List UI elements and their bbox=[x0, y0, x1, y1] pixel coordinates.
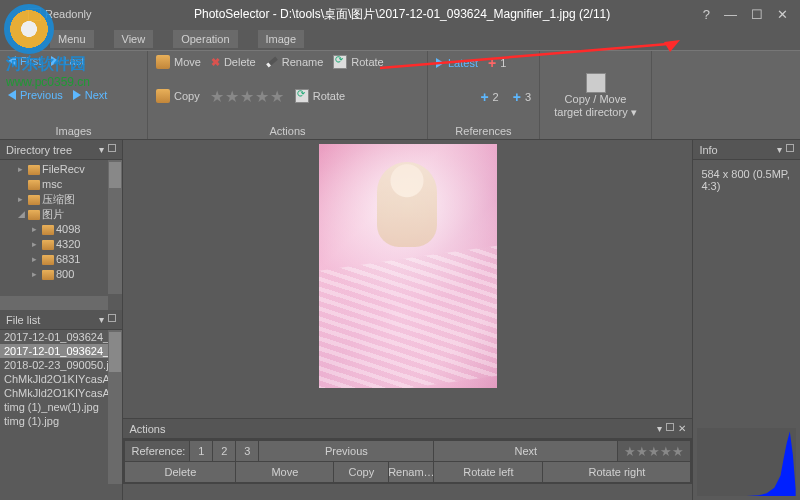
file-list-item[interactable]: ChMkJld2O1KIYcasAA bbox=[0, 386, 122, 400]
ref-btn-1[interactable]: 1 bbox=[190, 441, 212, 461]
target-dir-icon bbox=[586, 73, 606, 93]
menu-image[interactable]: Image bbox=[258, 30, 305, 48]
previous-button[interactable]: Previous bbox=[8, 89, 63, 101]
prev-icon bbox=[8, 90, 16, 100]
latest-button[interactable]: Latest bbox=[436, 57, 478, 69]
first-icon bbox=[8, 56, 16, 66]
plus-icon: + bbox=[480, 89, 488, 105]
last-button[interactable]: Last bbox=[51, 55, 84, 67]
panel-delete-button[interactable]: Delete bbox=[125, 462, 235, 482]
rotate-icon bbox=[333, 55, 347, 69]
pin-icon[interactable] bbox=[786, 144, 794, 152]
ref3-button[interactable]: +3 bbox=[513, 89, 531, 105]
image-dimensions: 584 x 800 (0.5MP, 4:3) bbox=[701, 168, 792, 192]
panel-menu-icon[interactable]: ▾ bbox=[99, 144, 104, 155]
tree-item[interactable]: ◢ 图片 bbox=[4, 207, 118, 222]
target-dir-button[interactable]: Copy / Move target directory ▾ bbox=[554, 93, 636, 119]
file-list-item[interactable]: 2017-12-01_093624_M bbox=[0, 344, 122, 358]
first-button[interactable]: First bbox=[8, 55, 41, 67]
filelist-scrollbar-v[interactable] bbox=[108, 330, 122, 484]
copy-button[interactable]: Copy bbox=[156, 89, 200, 103]
last-icon bbox=[51, 56, 59, 66]
file-list-item[interactable]: 2018-02-23_090050.jp bbox=[0, 358, 122, 372]
file-list[interactable]: 2017-12-01_093624_la2017-12-01_093624_M2… bbox=[0, 330, 122, 500]
panel-next-button[interactable]: Next bbox=[434, 441, 617, 461]
file-list-title: File list bbox=[6, 314, 40, 326]
titlebar: Readonly PhotoSelector - D:\tools\桌面\图片\… bbox=[0, 0, 800, 28]
tree-item[interactable]: ▸ 4320 bbox=[4, 237, 118, 252]
tree-scrollbar-h[interactable] bbox=[0, 296, 108, 310]
delete-icon: ✖ bbox=[211, 56, 220, 69]
actions-panel-title: Actions bbox=[129, 423, 165, 435]
window-title: PhotoSelector - D:\tools\桌面\图片\2017-12-0… bbox=[101, 6, 702, 23]
panel-menu-icon[interactable]: ▾ bbox=[657, 423, 662, 434]
tree-item[interactable]: ▸ 800 bbox=[4, 267, 118, 282]
directory-tree-header: Directory tree ▾ bbox=[0, 140, 122, 160]
ref1-button[interactable]: +1 bbox=[488, 55, 506, 71]
next-icon bbox=[73, 90, 81, 100]
rotate-button[interactable]: Rotate bbox=[333, 55, 383, 69]
next-button[interactable]: Next bbox=[73, 89, 108, 101]
panel-rotate-right-button[interactable]: Rotate right bbox=[543, 462, 690, 482]
image-viewer[interactable] bbox=[123, 140, 692, 418]
pin-icon[interactable] bbox=[108, 144, 116, 152]
panel-copy-button[interactable]: Copy bbox=[334, 462, 388, 482]
histogram-chart bbox=[697, 428, 796, 496]
file-list-item[interactable]: 2017-12-01_093624_la bbox=[0, 330, 122, 344]
menu-operation[interactable]: Operation bbox=[173, 30, 237, 48]
file-list-item[interactable]: ChMkJld2O1KIYcasAA bbox=[0, 372, 122, 386]
actions-panel-header: Actions ▾✕ bbox=[123, 419, 692, 439]
pin-icon[interactable] bbox=[108, 314, 116, 322]
tree-item[interactable]: ▸ 4098 bbox=[4, 222, 118, 237]
readonly-checkbox[interactable]: Readonly bbox=[28, 8, 91, 21]
app-icon bbox=[4, 5, 22, 23]
displayed-image bbox=[319, 144, 497, 388]
panel-menu-icon[interactable]: ▾ bbox=[777, 144, 782, 155]
directory-tree-title: Directory tree bbox=[6, 144, 72, 156]
ref2-button[interactable]: +2 bbox=[480, 89, 498, 105]
latest-icon bbox=[436, 58, 444, 68]
info-panel-header: Info ▾ bbox=[693, 140, 800, 160]
tree-scrollbar-v[interactable] bbox=[108, 160, 122, 294]
reference-label: Reference: bbox=[125, 441, 189, 461]
pen-icon bbox=[266, 57, 278, 68]
tree-item[interactable]: ▸ 压缩图 bbox=[4, 192, 118, 207]
close-icon[interactable]: ✕ bbox=[777, 7, 788, 22]
ref-btn-3[interactable]: 3 bbox=[236, 441, 258, 461]
delete-button[interactable]: ✖Delete bbox=[211, 56, 256, 69]
panel-move-button[interactable]: Move bbox=[236, 462, 333, 482]
close-panel-icon[interactable]: ✕ bbox=[678, 423, 686, 434]
rename-button[interactable]: Rename bbox=[266, 56, 324, 68]
checkbox-icon bbox=[28, 8, 41, 21]
panel-rename-button[interactable]: Renam… bbox=[389, 462, 433, 482]
pin-icon[interactable] bbox=[666, 423, 674, 431]
tree-item[interactable]: ▸ FileRecv bbox=[4, 162, 118, 177]
plus-icon: + bbox=[513, 89, 521, 105]
panel-rating-stars[interactable]: ★★★★★ bbox=[618, 441, 690, 461]
file-list-item[interactable]: timg (1)_new(1).jpg bbox=[0, 400, 122, 414]
minimize-icon[interactable]: — bbox=[724, 7, 737, 22]
copy-icon bbox=[156, 89, 170, 103]
menu-menu[interactable]: Menu bbox=[50, 30, 94, 48]
help-icon[interactable]: ? bbox=[703, 7, 710, 22]
rotate2-button[interactable]: Rotate bbox=[295, 89, 345, 103]
panel-rotate-left-button[interactable]: Rotate left bbox=[434, 462, 542, 482]
tree-item[interactable]: ▸ 6831 bbox=[4, 252, 118, 267]
ref-btn-2[interactable]: 2 bbox=[213, 441, 235, 461]
folder-icon bbox=[156, 55, 170, 69]
ribbon: First Last Previous Next Images Move ✖De… bbox=[0, 50, 800, 140]
move-button[interactable]: Move bbox=[156, 55, 201, 69]
directory-tree[interactable]: ▸ FileRecv msc▸ 压缩图◢ 图片▸ 4098▸ 4320▸ 683… bbox=[0, 160, 122, 310]
panel-menu-icon[interactable]: ▾ bbox=[99, 314, 104, 325]
panel-previous-button[interactable]: Previous bbox=[259, 441, 433, 461]
ribbon-group-actions: Actions bbox=[156, 123, 419, 137]
menu-view[interactable]: View bbox=[114, 30, 154, 48]
file-list-item[interactable]: timg (1).jpg bbox=[0, 414, 122, 428]
menubar: Menu View Operation Image bbox=[0, 28, 800, 50]
ribbon-group-references: References bbox=[436, 123, 531, 137]
svg-marker-2 bbox=[697, 431, 796, 496]
maximize-icon[interactable]: ☐ bbox=[751, 7, 763, 22]
tree-item[interactable]: msc bbox=[4, 177, 118, 192]
rotate2-icon bbox=[295, 89, 309, 103]
rating-stars[interactable]: ★★★★★ bbox=[210, 87, 285, 106]
